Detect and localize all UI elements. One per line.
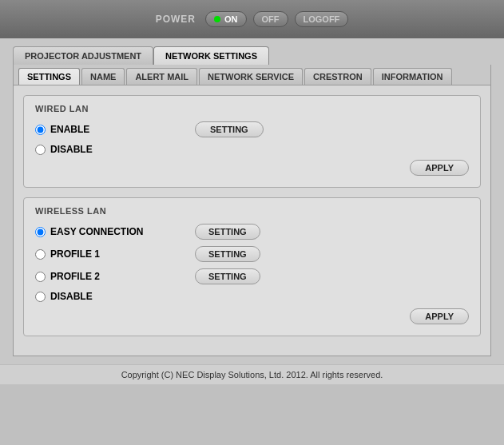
power-off-label: OFF <box>262 14 280 24</box>
profile2-radio[interactable] <box>35 272 46 282</box>
wired-enable-label[interactable]: ENABLE <box>50 124 89 135</box>
tab-container: SETTINGS NAME ALERT MAIL NETWORK SERVICE… <box>13 65 491 356</box>
easy-connection-label[interactable]: EASY CONNECTION <box>50 226 143 237</box>
tab-settings[interactable]: SETTINGS <box>18 68 80 85</box>
wired-lan-title: WIRED LAN <box>35 104 469 113</box>
power-on-button[interactable]: ON <box>205 11 247 27</box>
wireless-disable-radio[interactable] <box>35 292 46 302</box>
green-dot-icon <box>214 16 220 22</box>
tab-alert-mail[interactable]: ALERT MAIL <box>126 68 197 85</box>
easy-connection-row: EASY CONNECTION SETTING <box>35 224 469 240</box>
tab-information[interactable]: INFORMATION <box>373 68 452 85</box>
profile1-radio[interactable] <box>35 249 46 260</box>
wireless-lan-title: WIRELESS LAN <box>35 206 469 216</box>
logoff-label: LOGOFF <box>304 14 340 24</box>
profile1-row: PROFILE 1 SETTING <box>35 246 469 262</box>
wireless-disable-row: DISABLE <box>35 291 469 302</box>
tab-name[interactable]: NAME <box>81 68 125 85</box>
wired-enable-radio[interactable] <box>35 125 46 135</box>
top-bar: POWER ON OFF LOGOFF <box>0 0 504 38</box>
power-on-label: ON <box>224 14 238 24</box>
wired-apply-button[interactable]: APPLY <box>410 160 469 176</box>
profile2-row: PROFILE 2 SETTING <box>35 268 469 284</box>
logoff-button[interactable]: LOGOFF <box>295 11 349 27</box>
wireless-apply-button[interactable]: APPLY <box>410 308 469 324</box>
second-tab-row: SETTINGS NAME ALERT MAIL NETWORK SERVICE… <box>14 65 490 85</box>
easy-connection-radio[interactable] <box>35 227 46 237</box>
footer: Copyright (C) NEC Display Solutions, Ltd… <box>0 364 504 384</box>
profile1-label[interactable]: PROFILE 1 <box>50 248 100 260</box>
main-area: PROJECTOR ADJUSTMENT NETWORK SETTINGS SE… <box>0 38 504 364</box>
tab-network-settings[interactable]: NETWORK SETTINGS <box>153 46 269 65</box>
tab-projector-adjustment[interactable]: PROJECTOR ADJUSTMENT <box>13 46 153 65</box>
profile1-setting-button[interactable]: SETTING <box>195 246 260 262</box>
tab-network-service[interactable]: NETWORK SERVICE <box>199 68 303 85</box>
content-area: WIRED LAN ENABLE SETTING DISABLE APPLY <box>14 85 490 356</box>
easy-connection-setting-button[interactable]: SETTING <box>195 224 260 240</box>
power-off-button[interactable]: OFF <box>253 11 288 27</box>
tab-crestron[interactable]: CRESTRON <box>304 68 371 85</box>
wired-disable-label[interactable]: DISABLE <box>50 144 93 155</box>
power-label: POWER <box>156 14 196 25</box>
top-tab-row: PROJECTOR ADJUSTMENT NETWORK SETTINGS <box>13 46 491 65</box>
wired-lan-section: WIRED LAN ENABLE SETTING DISABLE APPLY <box>23 95 481 188</box>
wired-disable-radio[interactable] <box>35 145 46 155</box>
profile2-label[interactable]: PROFILE 2 <box>50 271 100 282</box>
footer-text: Copyright (C) NEC Display Solutions, Ltd… <box>121 370 383 379</box>
profile2-setting-button[interactable]: SETTING <box>195 268 260 284</box>
wired-setting-button[interactable]: SETTING <box>195 121 264 137</box>
wireless-disable-label[interactable]: DISABLE <box>50 291 93 302</box>
wireless-lan-section: WIRELESS LAN EASY CONNECTION SETTING PRO… <box>23 197 481 336</box>
